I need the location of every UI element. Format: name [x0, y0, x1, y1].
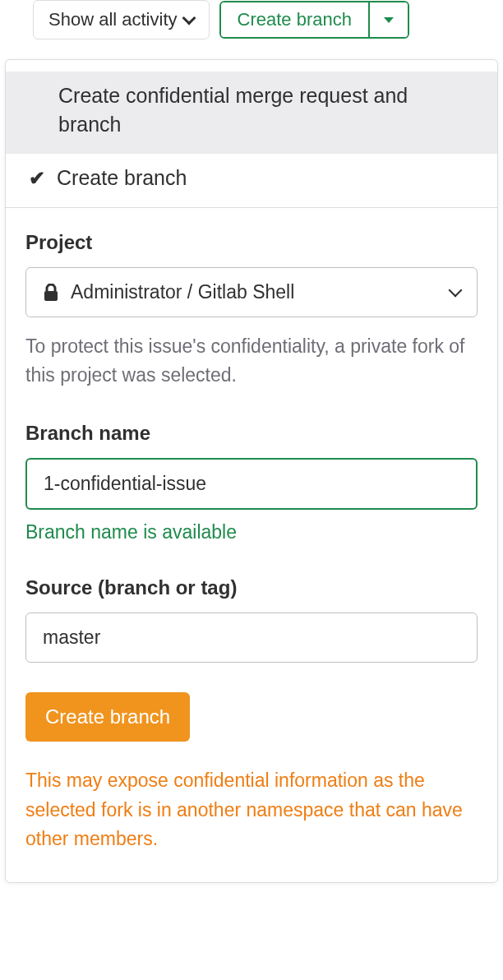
create-branch-submit-button[interactable]: Create branch — [25, 692, 190, 742]
option-label: Create confidential merge request and br… — [29, 81, 474, 139]
branch-name-label: Branch name — [25, 422, 478, 445]
create-branch-dropdown-toggle[interactable] — [368, 2, 408, 37]
chevron-down-icon — [182, 12, 196, 25]
confidential-warning: This may expose confidential information… — [25, 766, 478, 854]
branch-name-availability: Branch name is available — [25, 521, 478, 543]
caret-down-icon — [384, 17, 394, 23]
option-create-branch[interactable]: ✔ Create branch — [6, 154, 497, 207]
project-value: Administrator / Gitlab Shell — [71, 281, 294, 303]
create-branch-dropdown-panel: Create confidential merge request and br… — [5, 59, 498, 883]
create-branch-form: Project Administrator / Gitlab Shell To … — [6, 208, 497, 882]
activity-filter-button[interactable]: Show all activity — [33, 0, 210, 39]
branch-name-input[interactable] — [25, 458, 478, 510]
project-label: Project — [25, 231, 478, 254]
lock-icon — [43, 284, 59, 302]
top-bar: Show all activity Create branch — [0, 0, 503, 48]
create-branch-button[interactable]: Create branch — [221, 2, 368, 37]
source-input[interactable] — [25, 612, 478, 663]
option-label: Create branch — [57, 164, 187, 192]
svg-rect-0 — [44, 291, 58, 301]
option-create-confidential-mr[interactable]: Create confidential merge request and br… — [6, 72, 497, 154]
create-branch-split-button: Create branch — [219, 1, 409, 39]
dropdown-options: Create confidential merge request and br… — [6, 60, 497, 208]
check-icon: ✔ — [29, 164, 48, 192]
source-label: Source (branch or tag) — [25, 576, 478, 599]
project-helper-text: To protect this issue's confidentiality,… — [25, 332, 478, 389]
chevron-down-icon — [449, 283, 463, 297]
project-select[interactable]: Administrator / Gitlab Shell — [25, 267, 478, 317]
activity-filter-label: Show all activity — [48, 9, 178, 30]
